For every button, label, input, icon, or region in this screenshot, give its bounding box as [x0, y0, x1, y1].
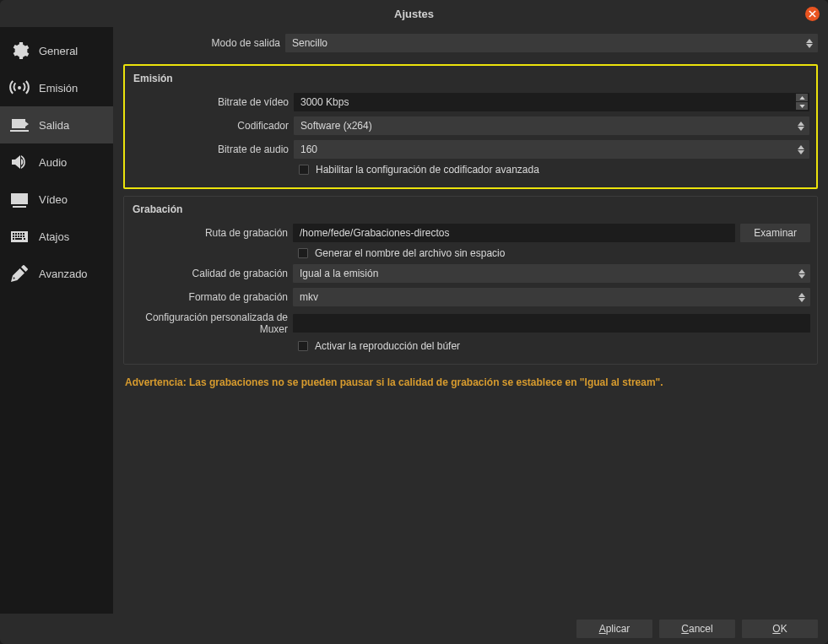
advanced-icon — [8, 262, 30, 284]
output-icon — [8, 114, 30, 136]
main-content: Modo de salida Sencillo Emisión Bitrate … — [113, 27, 828, 614]
recording-group-title: Grabación — [131, 203, 810, 215]
recording-format-label: Formato de grabación — [131, 291, 288, 303]
recording-path-label: Ruta de grabación — [131, 227, 288, 239]
window-title: Ajustes — [394, 8, 434, 20]
stream-icon — [8, 77, 30, 99]
video-bitrate-label: Bitrate de vídeo — [132, 96, 289, 108]
apply-button[interactable]: Aplicar — [576, 620, 652, 638]
audio-icon — [8, 151, 30, 173]
sidebar-item-stream[interactable]: Emisión — [0, 69, 113, 106]
close-icon — [809, 10, 816, 18]
filename-no-space-label: Generar el nombre del archivo sin espaci… — [315, 247, 505, 259]
audio-bitrate-label: Bitrate de audio — [132, 143, 289, 155]
sidebar-item-audio[interactable]: Audio — [0, 143, 113, 181]
sidebar-item-output[interactable]: Salida — [0, 106, 113, 143]
replay-buffer-label: Activar la reproducción del búfer — [315, 340, 460, 352]
recording-path-value: /home/fede/Grabaciones-directos — [300, 227, 449, 239]
audio-bitrate-select[interactable]: 160 — [294, 140, 809, 159]
close-button[interactable] — [805, 7, 820, 21]
recording-quality-label: Calidad de grabación — [131, 268, 288, 279]
spinner-arrows-icon — [795, 94, 809, 111]
sidebar-item-label: Vídeo — [39, 193, 68, 206]
sidebar-item-label: Salida — [39, 119, 69, 132]
sidebar-item-label: Audio — [39, 156, 67, 169]
sidebar-item-hotkeys[interactable]: Atajos — [0, 218, 113, 255]
output-mode-value: Sencillo — [292, 37, 327, 49]
replay-buffer-checkbox[interactable] — [298, 341, 308, 351]
footer: Aplicar Cancel OK — [0, 614, 828, 644]
video-bitrate-input[interactable]: 3000 Kbps — [294, 93, 809, 111]
sidebar-item-video[interactable]: Vídeo — [0, 181, 113, 218]
keyboard-icon — [8, 225, 30, 247]
sidebar-item-label: General — [39, 45, 78, 57]
titlebar: Ajustes — [0, 0, 828, 27]
recording-quality-value: Igual a la emisión — [300, 268, 378, 279]
browse-button[interactable]: Examinar — [740, 224, 810, 242]
encoder-select[interactable]: Software (x264) — [294, 116, 809, 135]
muxer-input[interactable] — [293, 314, 810, 333]
sidebar: General Emisión Salida Audio — [0, 27, 113, 614]
advanced-encoder-checkbox[interactable] — [299, 165, 309, 175]
sidebar-item-label: Avanzado — [39, 268, 88, 280]
sidebar-item-general[interactable]: General — [0, 32, 113, 69]
sidebar-item-advanced[interactable]: Avanzado — [0, 255, 113, 292]
recording-format-value: mkv — [300, 291, 318, 303]
audio-bitrate-value: 160 — [300, 143, 317, 155]
recording-quality-select[interactable]: Igual a la emisión — [293, 264, 810, 283]
streaming-group-title: Emisión — [132, 73, 809, 84]
select-arrows-icon — [794, 117, 808, 134]
recording-group: Grabación Ruta de grabación /home/fede/G… — [123, 196, 818, 365]
output-mode-label: Modo de salida — [123, 37, 280, 49]
advanced-encoder-label: Habilitar la configuración de codificado… — [316, 164, 539, 176]
sidebar-item-label: Atajos — [39, 230, 69, 243]
sidebar-item-label: Emisión — [39, 82, 78, 95]
select-arrows-icon — [803, 35, 816, 51]
ok-button[interactable]: OK — [742, 620, 818, 638]
streaming-group: Emisión Bitrate de vídeo 3000 Kbps Codif… — [123, 64, 818, 189]
cancel-button[interactable]: Cancel — [659, 620, 735, 638]
video-bitrate-value: 3000 Kbps — [300, 96, 349, 108]
select-arrows-icon — [794, 141, 808, 158]
recording-path-input[interactable]: /home/fede/Grabaciones-directos — [293, 224, 735, 242]
encoder-label: Codificador — [132, 120, 289, 132]
select-arrows-icon — [795, 265, 809, 282]
gear-icon — [8, 40, 30, 62]
select-arrows-icon — [795, 289, 809, 306]
encoder-value: Software (x264) — [300, 120, 372, 132]
filename-no-space-checkbox[interactable] — [298, 248, 308, 258]
recording-format-select[interactable]: mkv — [293, 288, 810, 306]
video-icon — [8, 188, 30, 210]
warning-text: Advertencia: Las grabaciones no se puede… — [123, 376, 818, 388]
muxer-label: Configuración personalizada de Muxer — [131, 311, 288, 335]
output-mode-select[interactable]: Sencillo — [285, 34, 818, 52]
